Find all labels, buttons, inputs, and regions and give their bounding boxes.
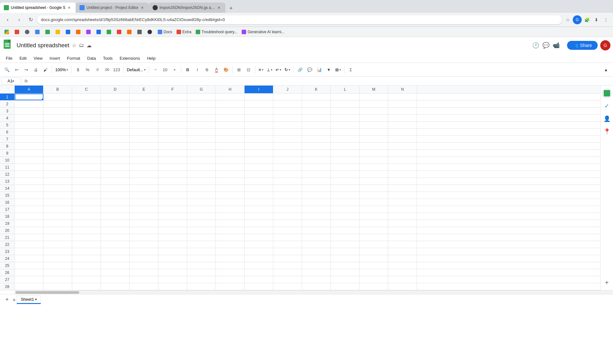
cell-A9[interactable] xyxy=(15,150,43,156)
font-size-increase-button[interactable]: + xyxy=(170,65,179,74)
cell-H4[interactable] xyxy=(216,115,245,121)
row-header-17[interactable]: 17 xyxy=(0,206,15,213)
cell-C22[interactable] xyxy=(72,241,101,248)
cell-H23[interactable] xyxy=(216,248,245,255)
bookmark-troubleshoot[interactable]: Troubleshoot query... xyxy=(194,29,239,35)
row-header-20[interactable]: 20 xyxy=(0,227,15,234)
cell-B3[interactable] xyxy=(43,108,72,114)
cell-F14[interactable] xyxy=(158,185,187,192)
cell-B12[interactable] xyxy=(43,171,72,178)
row-header-3[interactable]: 3 xyxy=(0,108,15,114)
cell-L3[interactable] xyxy=(331,108,359,114)
cell-F4[interactable] xyxy=(158,115,187,121)
cell-G23[interactable] xyxy=(187,248,216,255)
cell-F6[interactable] xyxy=(158,129,187,135)
cell-E14[interactable] xyxy=(130,185,158,192)
percent-button[interactable]: % xyxy=(83,65,92,74)
cell-B22[interactable] xyxy=(43,241,72,248)
cell-E28[interactable] xyxy=(130,283,158,290)
cell-L14[interactable] xyxy=(331,185,359,192)
cell-N8[interactable] xyxy=(388,143,417,149)
cell-J17[interactable] xyxy=(273,206,302,213)
cell-C21[interactable] xyxy=(72,234,101,241)
cell-K14[interactable] xyxy=(302,185,331,192)
cell-M20[interactable] xyxy=(359,227,388,234)
cell-A20[interactable] xyxy=(15,227,43,234)
cell-I25[interactable] xyxy=(245,262,273,269)
cell-C23[interactable] xyxy=(72,248,101,255)
cell-M22[interactable] xyxy=(359,241,388,248)
bookmark-z10[interactable] xyxy=(95,29,104,35)
font-size-decrease-button[interactable]: − xyxy=(151,65,160,74)
cell-N2[interactable] xyxy=(388,101,417,107)
panel-sheets-icon[interactable] xyxy=(602,88,612,98)
cell-B11[interactable] xyxy=(43,164,72,171)
panel-add-icon[interactable]: + xyxy=(602,277,612,288)
cell-F1[interactable] xyxy=(158,94,187,100)
cell-N26[interactable] xyxy=(388,269,417,276)
cell-L1[interactable] xyxy=(331,94,359,100)
cell-E3[interactable] xyxy=(130,108,158,114)
cell-C1[interactable] xyxy=(72,94,101,100)
cell-E8[interactable] xyxy=(130,143,158,149)
cell-L21[interactable] xyxy=(331,234,359,241)
cell-C11[interactable] xyxy=(72,164,101,171)
cell-C19[interactable] xyxy=(72,220,101,227)
cell-N20[interactable] xyxy=(388,227,417,234)
cell-L17[interactable] xyxy=(331,206,359,213)
cell-H28[interactable] xyxy=(216,283,245,290)
cell-A15[interactable] xyxy=(15,192,43,199)
cell-A13[interactable] xyxy=(15,178,43,185)
cell-N9[interactable] xyxy=(388,150,417,156)
cell-E6[interactable] xyxy=(130,129,158,135)
sheet-tab-sheet1[interactable]: Sheet1 ▾ xyxy=(17,295,41,304)
cell-M10[interactable] xyxy=(359,157,388,163)
menu-view[interactable]: View xyxy=(30,55,46,61)
cell-B5[interactable] xyxy=(43,122,72,128)
cell-M28[interactable] xyxy=(359,283,388,290)
cell-H25[interactable] xyxy=(216,262,245,269)
cell-L22[interactable] xyxy=(331,241,359,248)
cell-I6[interactable] xyxy=(245,129,273,135)
menu-insert[interactable]: Insert xyxy=(46,55,63,61)
cell-M21[interactable] xyxy=(359,234,388,241)
cell-M17[interactable] xyxy=(359,206,388,213)
cell-F19[interactable] xyxy=(158,220,187,227)
cell-I10[interactable] xyxy=(245,157,273,163)
cell-B17[interactable] xyxy=(43,206,72,213)
cell-F20[interactable] xyxy=(158,227,187,234)
cell-J11[interactable] xyxy=(273,164,302,171)
col-header-f[interactable]: F xyxy=(158,86,187,93)
cell-F28[interactable] xyxy=(158,283,187,290)
cell-E23[interactable] xyxy=(130,248,158,255)
sheet1-dropdown-icon[interactable]: ▾ xyxy=(35,298,37,301)
bookmark-star-icon[interactable]: ☆ xyxy=(563,15,572,24)
fill-color-button[interactable]: 🎨 xyxy=(222,65,231,74)
cell-C27[interactable] xyxy=(72,276,101,283)
cell-E24[interactable] xyxy=(130,255,158,262)
video-call-icon[interactable]: 📹 xyxy=(552,41,561,50)
cell-F15[interactable] xyxy=(158,192,187,199)
cell-C4[interactable] xyxy=(72,115,101,121)
cell-L18[interactable] xyxy=(331,213,359,220)
cell-L16[interactable] xyxy=(331,199,359,206)
borders-button[interactable]: ⊞ xyxy=(235,65,244,74)
cell-D2[interactable] xyxy=(101,101,130,107)
row-header-12[interactable]: 12 xyxy=(0,171,15,178)
col-header-m[interactable]: M xyxy=(359,86,388,93)
cell-A12[interactable] xyxy=(15,171,43,178)
cell-E20[interactable] xyxy=(130,227,158,234)
cell-F7[interactable] xyxy=(158,136,187,142)
cell-L20[interactable] xyxy=(331,227,359,234)
bookmark-docs[interactable]: Docs xyxy=(156,29,174,35)
cell-F12[interactable] xyxy=(158,171,187,178)
cell-M25[interactable] xyxy=(359,262,388,269)
cell-G1[interactable] xyxy=(187,94,216,100)
menu-data[interactable]: Data xyxy=(84,55,99,61)
cell-I28[interactable] xyxy=(245,283,273,290)
cell-G8[interactable] xyxy=(187,143,216,149)
cell-A19[interactable] xyxy=(15,220,43,227)
cell-J12[interactable] xyxy=(273,171,302,178)
bookmark-14[interactable] xyxy=(135,29,145,35)
cell-L10[interactable] xyxy=(331,157,359,163)
